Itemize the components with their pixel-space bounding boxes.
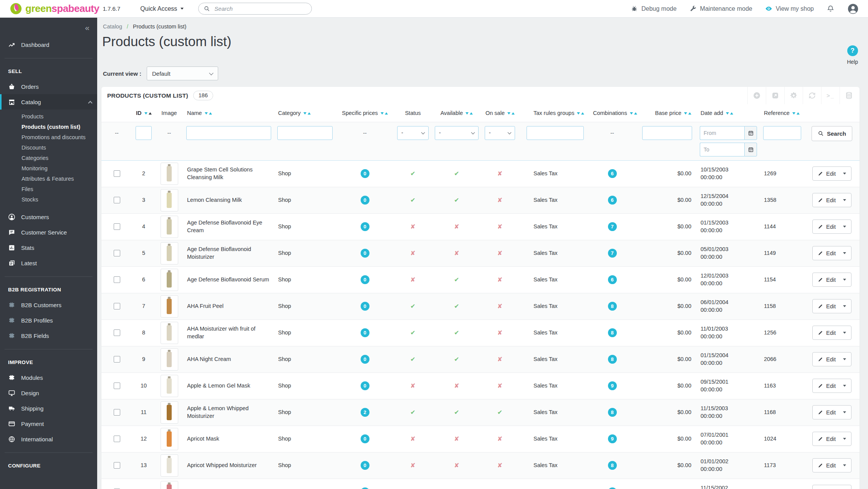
sidebar-subitem-products-custom-list[interactable]: Products (custom list) [0,121,97,132]
cross-icon[interactable]: ✘ [454,223,459,230]
sidebar-item-stats[interactable]: Stats [0,240,97,255]
check-icon[interactable]: ✔ [454,303,459,309]
cross-icon[interactable]: ✘ [454,250,459,256]
cross-icon[interactable]: ✘ [410,462,415,469]
edit-button[interactable]: Edit [812,352,851,366]
column-header-reference[interactable]: Reference [760,104,804,122]
export-icon[interactable] [766,87,784,104]
check-icon[interactable]: ✔ [454,197,459,203]
row-checkbox[interactable] [114,223,120,230]
cross-icon[interactable]: ✘ [497,303,502,309]
caret-down-icon[interactable] [843,411,846,413]
row-checkbox[interactable] [114,329,120,336]
calendar-button-to[interactable] [744,143,757,156]
terminal-icon[interactable]: >_ [821,87,840,104]
sidebar-item-customer-service[interactable]: Customer Service [0,225,97,240]
sidebar-item-latest[interactable]: Latest [0,255,97,271]
row-checkbox[interactable] [114,462,120,469]
row-checkbox[interactable] [114,170,120,177]
cross-icon[interactable]: ✘ [497,329,502,336]
profile-avatar[interactable] [847,3,859,15]
sidebar-item-orders[interactable]: Orders [0,79,97,94]
sidebar-subitem-categories[interactable]: Categories [0,153,97,163]
sort-arrows[interactable] [792,112,800,115]
refresh-icon[interactable] [803,87,821,104]
edit-button[interactable]: Edit [812,273,851,287]
help-button[interactable]: ? Help [847,45,858,65]
view-my-shop-button[interactable]: View my shop [765,5,814,12]
notifications-bell-icon[interactable] [827,5,835,13]
check-icon[interactable]: ✔ [410,303,415,309]
filter-input-category[interactable] [277,126,333,140]
cross-icon[interactable]: ✘ [454,462,459,469]
row-checkbox[interactable] [114,276,120,283]
edit-button[interactable]: Edit [812,458,851,472]
edit-button[interactable]: Edit [812,379,851,393]
caret-down-icon[interactable] [843,385,846,387]
sort-arrows[interactable] [205,112,212,115]
caret-down-icon[interactable] [843,438,846,440]
edit-button[interactable]: Edit [812,405,851,419]
row-checkbox[interactable] [114,250,120,256]
edit-button[interactable]: Edit [812,326,851,340]
sidebar-item-customers[interactable]: Customers [0,209,97,225]
row-checkbox[interactable] [114,409,120,416]
add-new-icon[interactable] [747,87,766,104]
check-icon[interactable]: ✔ [454,356,459,363]
sort-arrows[interactable] [381,112,388,115]
settings-icon[interactable] [784,87,803,104]
column-header-available[interactable]: Available [432,104,482,122]
column-header-category[interactable]: Category [274,104,336,122]
cross-icon[interactable]: ✘ [410,436,415,442]
caret-down-icon[interactable] [843,305,846,307]
row-checkbox[interactable] [114,303,120,309]
brand-logo[interactable]: greenspabeauty 1.7.6.7 [10,3,120,15]
check-icon[interactable]: ✔ [497,409,502,416]
filter-input-tax[interactable] [527,126,584,140]
cross-icon[interactable]: ✘ [497,223,502,230]
sidebar-item-design[interactable]: Design [0,385,97,401]
cross-icon[interactable]: ✘ [454,436,459,442]
check-icon[interactable]: ✔ [454,170,459,177]
sidebar-subitem-stocks[interactable]: Stocks [0,194,97,205]
filter-select-status[interactable]: - [397,126,429,140]
cross-icon[interactable]: ✘ [497,462,502,469]
column-header-specific_prices[interactable]: Specific prices [336,104,394,122]
cross-icon[interactable]: ✘ [497,276,502,283]
row-checkbox[interactable] [114,436,120,442]
row-checkbox[interactable] [114,383,120,389]
sidebar-item-catalog[interactable]: Catalog [0,94,97,110]
column-header-id[interactable]: ID [132,104,155,122]
edit-button[interactable]: Edit [812,432,851,446]
column-header-date_add[interactable]: Date add [697,104,760,122]
quick-access-menu[interactable]: Quick Access [140,5,184,12]
sidebar-collapse-button[interactable]: « [0,18,97,37]
sort-arrows[interactable] [144,112,152,115]
caret-down-icon[interactable] [843,199,846,201]
filter-search-button[interactable]: Search [812,126,852,141]
sidebar-item-shipping[interactable]: Shipping [0,401,97,416]
sidebar-item-payment[interactable]: Payment [0,416,97,431]
edit-button[interactable]: Edit [812,166,851,181]
edit-button[interactable]: Edit [812,485,851,489]
caret-down-icon[interactable] [843,226,846,228]
sidebar-subitem-products[interactable]: Products [0,111,97,121]
cross-icon[interactable]: ✘ [497,250,502,256]
sort-arrows[interactable] [684,112,691,115]
sidebar-subitem-monitoring[interactable]: Monitoring [0,163,97,173]
filter-select-available[interactable]: - [435,126,479,140]
check-icon[interactable]: ✔ [410,170,415,177]
debug-mode-button[interactable]: Debug mode [631,5,677,12]
sidebar-item-b2b-fields[interactable]: B2B Fields [0,328,97,343]
edit-button[interactable]: Edit [812,299,851,313]
sort-arrows[interactable] [507,112,515,115]
breadcrumb-parent-link[interactable]: Catalog [103,23,122,30]
row-checkbox[interactable] [114,356,120,363]
cross-icon[interactable]: ✘ [454,383,459,389]
caret-down-icon[interactable] [843,358,846,360]
check-icon[interactable]: ✔ [410,197,415,203]
sidebar-item-international[interactable]: International [0,431,97,447]
sidebar-subitem-promotions-and-discounts[interactable]: Promotions and discounts [0,132,97,142]
sidebar-item-b2b-customers[interactable]: B2B Customers [0,297,97,313]
calendar-button-from[interactable] [744,126,757,140]
